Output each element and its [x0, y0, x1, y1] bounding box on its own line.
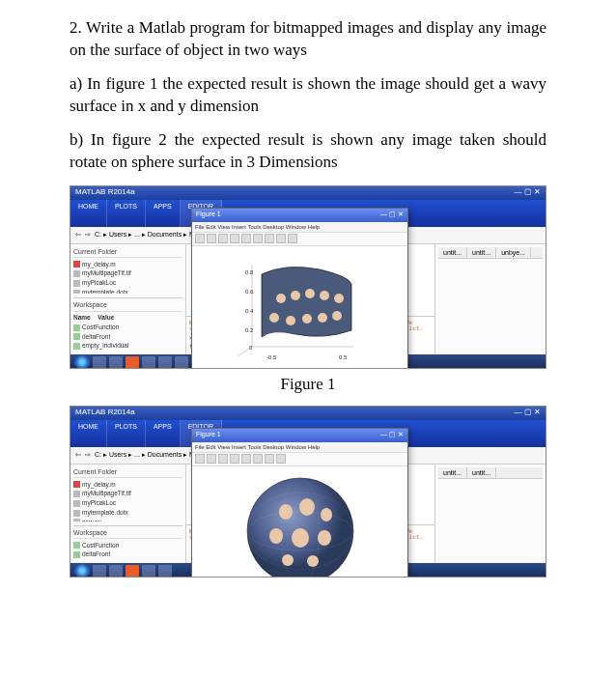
svg-point-28 — [307, 555, 319, 567]
figure-menu[interactable]: File Edit View Insert Tools Desktop Wind… — [192, 222, 407, 233]
tool-icon[interactable] — [288, 234, 297, 243]
file-list: my_delay.m myMultipageTif.tif myPicakLoc… — [73, 260, 182, 294]
svg-text:-0.5: -0.5 — [266, 354, 277, 360]
tool-icon[interactable] — [276, 454, 286, 464]
file-item: my_delay.m — [73, 260, 182, 269]
start-button-icon[interactable] — [74, 355, 90, 369]
figure-titlebar: Figure 1 — ▢ ✕ — [192, 209, 407, 222]
svg-point-13 — [320, 291, 329, 300]
nav-back-icon[interactable]: ⇦ — [75, 450, 81, 459]
window-controls: — ▢ ✕ — [515, 408, 541, 419]
tool-icon[interactable] — [207, 454, 216, 464]
matlab-window-1: MATLAB R2014a — ▢ ✕ HOME PLOTS APPS EDIT… — [70, 185, 546, 369]
sphere-surface-plot — [238, 468, 363, 577]
left-panel: Current Folder my_delay.m myMultipageTif… — [70, 465, 186, 563]
taskbar-item[interactable] — [93, 356, 106, 368]
figure-1-caption: Figure 1 — [70, 374, 546, 396]
tool-icon[interactable] — [218, 234, 228, 243]
question-main: 2. Write a Matlab program for bitmapped … — [70, 17, 546, 62]
current-folder-title: Current Folder — [73, 247, 182, 258]
file-icon — [73, 270, 80, 277]
workspace-panel: Workspace CostFunction deltaFront — [73, 525, 182, 560]
figure-titlebar: Figure 1 — ▢ ✕ — [192, 429, 407, 442]
nav-fwd-icon[interactable]: ⇨ — [85, 450, 91, 459]
taskbar-item[interactable] — [109, 565, 123, 577]
tool-icon[interactable] — [276, 234, 286, 243]
taskbar-item[interactable] — [109, 356, 123, 368]
file-icon — [73, 519, 80, 521]
taskbar-item[interactable] — [126, 565, 139, 577]
svg-text:0.4: 0.4 — [245, 308, 254, 314]
ribbon-tab-apps[interactable]: APPS — [146, 420, 181, 447]
start-button-icon[interactable] — [74, 564, 90, 577]
tool-icon[interactable] — [230, 234, 239, 243]
ribbon-tab-apps[interactable]: APPS — [146, 200, 181, 227]
current-folder-title: Current Folder — [73, 467, 182, 478]
tool-icon[interactable] — [253, 454, 263, 464]
figure-toolbar — [192, 233, 407, 246]
svg-text:0: 0 — [249, 345, 253, 351]
ribbon-tab-plots[interactable]: PLOTS — [107, 420, 146, 447]
workspace-panel: Workspace Name Value CostFunction deltaF… — [73, 297, 182, 352]
ws-row: CostFunction — [73, 323, 182, 332]
tool-icon[interactable] — [218, 454, 228, 464]
ws-row: empty_individual — [73, 342, 182, 352]
file-icon — [73, 510, 80, 517]
figure-popup-window: Figure 1 — ▢ ✕ File Edit View Insert Too… — [191, 428, 408, 577]
file-icon — [73, 481, 80, 488]
svg-point-16 — [286, 316, 295, 325]
file-item: mytemplate.dotx — [73, 288, 182, 294]
window-titlebar: MATLAB R2014a — ▢ ✕ — [70, 407, 546, 420]
figure-title: Figure 1 — [196, 430, 221, 441]
editor-tab[interactable]: untit... — [438, 247, 467, 258]
taskbar-item[interactable] — [142, 565, 155, 577]
taskbar-item[interactable] — [158, 565, 172, 577]
figure-close-icon[interactable]: — ▢ ✕ — [380, 430, 404, 441]
tool-icon[interactable] — [265, 234, 274, 243]
svg-point-22 — [299, 498, 315, 516]
tool-icon[interactable] — [195, 234, 205, 243]
tool-icon[interactable] — [207, 234, 216, 243]
ws-row: deltaFront — [73, 550, 182, 560]
taskbar-item[interactable] — [93, 565, 106, 577]
figure-2-screenshot: MATLAB R2014a — ▢ ✕ HOME PLOTS APPS EDIT… — [70, 406, 546, 577]
tool-icon[interactable] — [241, 454, 251, 464]
taskbar-item[interactable] — [175, 356, 188, 368]
nav-back-icon[interactable]: ⇦ — [75, 230, 81, 239]
ws-row: CostFunction — [73, 541, 182, 550]
file-item: myMultipageTif.tif — [73, 269, 182, 279]
figure-canvas — [192, 466, 407, 577]
editor-tab[interactable]: untit... — [467, 247, 496, 258]
editor-tab[interactable]: unbye... — [496, 247, 531, 258]
editor-tab[interactable]: untit... — [467, 467, 496, 478]
svg-text:0.6: 0.6 — [245, 289, 254, 295]
question-text: Write a Matlab program for bitmapped ima… — [70, 18, 546, 59]
svg-point-14 — [334, 294, 344, 303]
figure-close-icon[interactable]: — ▢ ✕ — [380, 210, 404, 221]
svg-point-17 — [302, 314, 312, 324]
tool-icon[interactable] — [241, 234, 251, 243]
right-panel: untit... untit... — [434, 465, 546, 563]
taskbar-item[interactable] — [126, 356, 139, 368]
tool-icon[interactable] — [230, 454, 239, 464]
svg-point-12 — [305, 289, 315, 298]
tool-icon[interactable] — [265, 454, 274, 464]
ribbon-tab-home[interactable]: HOME — [70, 420, 107, 447]
editor-tab[interactable]: untit... — [438, 467, 467, 478]
ws-row: deltaFront — [73, 332, 182, 342]
question-number: 2. — [70, 18, 82, 37]
window-controls: — ▢ ✕ — [515, 187, 541, 199]
figure-menu[interactable]: File Edit View Insert Tools Desktop Wind… — [192, 442, 407, 453]
taskbar-item[interactable] — [158, 356, 172, 368]
taskbar-item[interactable] — [142, 356, 155, 368]
svg-point-27 — [282, 554, 294, 566]
nav-fwd-icon[interactable]: ⇨ — [85, 230, 91, 239]
question-part-a: a) In figure 1 the expected result is sh… — [70, 73, 546, 118]
tool-icon[interactable] — [195, 454, 205, 464]
center-panel: Figure 1 — ▢ ✕ File Edit View Insert Too… — [186, 244, 434, 354]
path-text: C: ▸ Users ▸ ... ▸ Documents ▸ M... — [95, 450, 201, 459]
tool-icon[interactable] — [253, 234, 263, 243]
figure-toolbar — [192, 453, 407, 466]
ribbon-tab-home[interactable]: HOME — [70, 200, 107, 227]
ribbon-tab-plots[interactable]: PLOTS — [107, 200, 146, 227]
